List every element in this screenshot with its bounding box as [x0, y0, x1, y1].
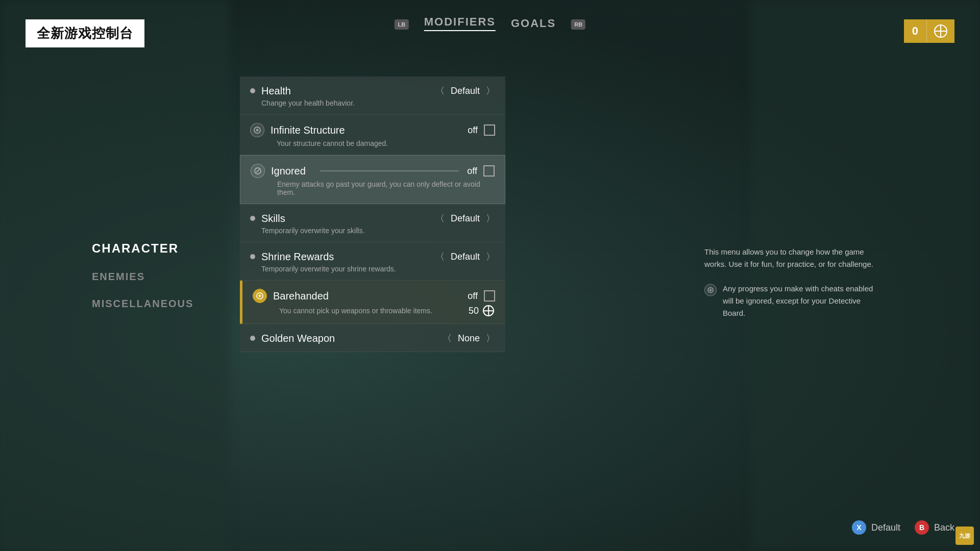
sidebar-item-enemies[interactable]: ENEMIES	[92, 271, 193, 283]
watermark-logo: 九游	[955, 527, 974, 545]
info-cheat-block: Any progress you make with cheats enable…	[704, 283, 878, 319]
back-label: Back	[934, 522, 954, 533]
modifier-desc: Temporarily overwrite your skills.	[250, 227, 495, 235]
modifier-value: Default	[451, 86, 480, 96]
chevron-right-icon: 〉	[486, 332, 495, 344]
modifier-value: off	[467, 166, 477, 177]
modifier-dot	[250, 336, 255, 341]
modifier-name: Ignored	[271, 165, 306, 177]
modifier-desc: Enemy attacks go past your guard, you ca…	[251, 180, 495, 196]
sidebar-item-character[interactable]: CHARACTER	[92, 241, 193, 256]
modifier-row-ignored[interactable]: Ignored off Enemy attacks go past your g…	[240, 155, 505, 204]
modifier-row-golden-weapon[interactable]: Golden Weapon 〈 None 〉	[240, 324, 505, 352]
info-cheat-text: Any progress you make with cheats enable…	[723, 283, 878, 319]
bottom-bar: X Default B Back	[852, 520, 954, 535]
barehanded-icon	[253, 289, 267, 303]
structure-icon	[250, 123, 264, 137]
app-title: 全新游戏控制台	[37, 26, 133, 41]
tab-modifiers[interactable]: MODIFIERS	[424, 15, 496, 33]
score-box: 0	[904, 19, 926, 43]
info-panel: This menu allows you to change how the g…	[704, 246, 878, 319]
globe-secondary-icon	[483, 305, 494, 316]
modifier-name: Infinite Structure	[271, 124, 345, 136]
modifiers-list: Health 〈 Default 〉 Change your health be…	[240, 77, 505, 352]
globe-box[interactable]	[926, 19, 954, 43]
modifier-value: off	[468, 291, 478, 302]
top-nav: LB MODIFIERS GOALS RB	[395, 15, 585, 33]
modifier-desc: Your structure cannot be damaged.	[250, 139, 495, 147]
tab-goals[interactable]: GOALS	[511, 17, 556, 32]
modifier-row-barehanded[interactable]: Barehanded off You cannot pick up weapon…	[240, 281, 505, 324]
sidebar: CHARACTER ENEMIES MISCELLANEOUS	[92, 241, 193, 310]
modifier-dot	[250, 88, 255, 93]
modifier-name: Skills	[261, 213, 285, 224]
score-value: 0	[912, 24, 918, 37]
modifier-name: Shrine Rewards	[261, 251, 334, 263]
modifier-dot	[250, 254, 255, 259]
toggle-checkbox[interactable]	[484, 290, 495, 302]
ignored-icon	[251, 164, 265, 178]
x-button-icon: X	[852, 520, 866, 535]
default-label: Default	[871, 522, 900, 533]
toggle-checkbox[interactable]	[483, 165, 495, 177]
default-button[interactable]: X Default	[852, 520, 900, 535]
watermark: 九游	[955, 527, 974, 545]
modifier-secondary: 50	[469, 305, 495, 316]
modifier-desc: Change your health behavior.	[250, 99, 495, 107]
chevron-left-icon: 〈	[435, 85, 445, 97]
back-button[interactable]: B Back	[915, 520, 954, 535]
lb-button[interactable]: LB	[395, 19, 409, 30]
rb-button[interactable]: RB	[571, 19, 585, 30]
chevron-right-icon: 〉	[486, 212, 495, 224]
chevron-left-icon: 〈	[435, 212, 445, 224]
cheat-icon	[704, 284, 717, 296]
modifier-value: None	[458, 333, 480, 344]
modifier-value: off	[468, 125, 478, 136]
b-button-icon: B	[915, 520, 929, 535]
secondary-value: 50	[469, 306, 479, 316]
modifier-row-health[interactable]: Health 〈 Default 〉 Change your health be…	[240, 77, 505, 115]
chevron-right-icon: 〉	[486, 251, 495, 263]
modifier-value: Default	[451, 213, 480, 224]
slider-line	[320, 170, 459, 171]
modifier-desc: Temporarily overwrite your shrine reward…	[250, 265, 495, 273]
modifier-name: Health	[261, 85, 291, 97]
modifier-name: Barehanded	[273, 290, 329, 302]
top-right-panel: 0	[904, 19, 954, 43]
modifier-dot	[250, 216, 255, 221]
modifier-row-infinite-structure[interactable]: Infinite Structure off Your structure ca…	[240, 115, 505, 155]
modifier-row-skills[interactable]: Skills 〈 Default 〉 Temporarily overwrite…	[240, 204, 505, 242]
globe-icon	[934, 24, 947, 38]
modifier-value: Default	[451, 252, 480, 262]
chevron-left-icon: 〈	[443, 332, 452, 344]
modifier-name: Golden Weapon	[261, 333, 335, 344]
chevron-left-icon: 〈	[435, 251, 445, 263]
modifier-desc: You cannot pick up weapons or throwable …	[253, 307, 432, 315]
modifier-row-shrine-rewards[interactable]: Shrine Rewards 〈 Default 〉 Temporarily o…	[240, 242, 505, 281]
title-box: 全新游戏控制台	[26, 19, 144, 47]
sidebar-item-miscellaneous[interactable]: MISCELLANEOUS	[92, 298, 193, 310]
info-main-text: This menu allows you to change how the g…	[704, 246, 878, 270]
chevron-right-icon: 〉	[486, 85, 495, 97]
toggle-checkbox[interactable]	[484, 124, 495, 136]
